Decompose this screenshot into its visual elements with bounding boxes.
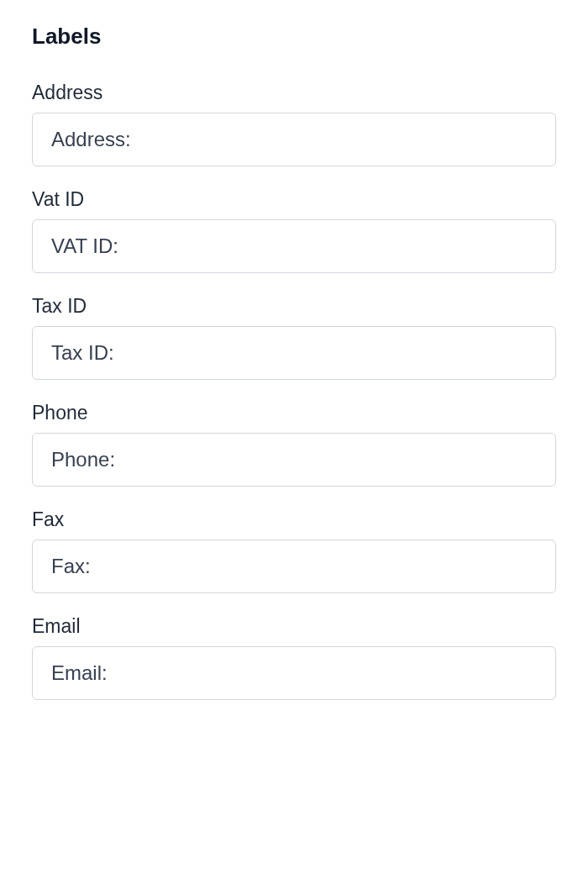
fax-input[interactable] — [32, 540, 556, 593]
field-group-email: Email — [32, 615, 556, 700]
phone-input[interactable] — [32, 433, 556, 487]
email-label: Email — [32, 615, 556, 638]
vat-id-label: Vat ID — [32, 188, 556, 211]
address-label: Address — [32, 82, 556, 104]
field-group-address: Address — [32, 82, 556, 166]
phone-label: Phone — [32, 402, 556, 424]
tax-id-input[interactable] — [32, 326, 556, 380]
email-input[interactable] — [32, 646, 556, 700]
address-input[interactable] — [32, 113, 556, 166]
tax-id-label: Tax ID — [32, 295, 556, 318]
fax-label: Fax — [32, 508, 556, 531]
field-group-tax-id: Tax ID — [32, 295, 556, 380]
vat-id-input[interactable] — [32, 219, 556, 273]
labels-section: Labels Address Vat ID Tax ID Phone Fax E… — [32, 24, 556, 700]
field-group-vat-id: Vat ID — [32, 188, 556, 273]
section-title: Labels — [32, 24, 556, 50]
field-group-fax: Fax — [32, 508, 556, 593]
field-group-phone: Phone — [32, 402, 556, 487]
